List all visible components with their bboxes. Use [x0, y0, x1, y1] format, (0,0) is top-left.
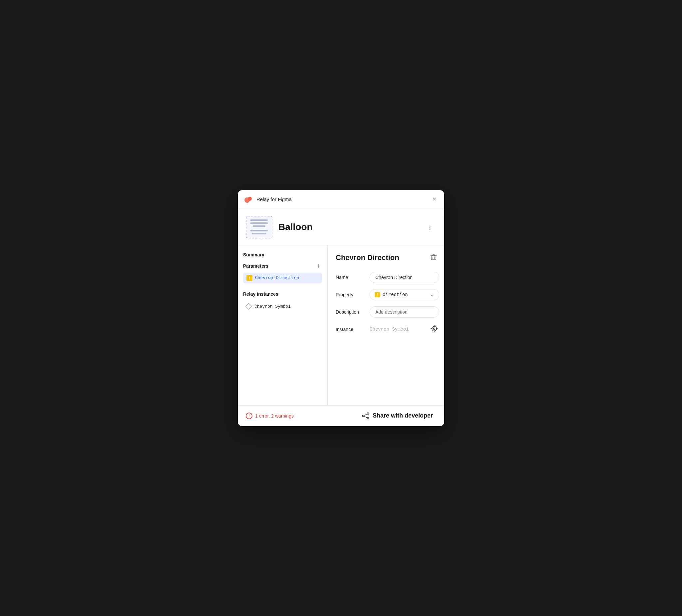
left-panel: Summary Parameters + ! Chevron Direction… — [238, 245, 328, 405]
name-label: Name — [336, 275, 366, 280]
summary-section-title: Summary — [243, 252, 322, 257]
error-icon: ! — [246, 413, 252, 419]
warning-icon: ! — [246, 275, 252, 281]
app-title: Relay for Figma — [256, 197, 292, 202]
name-input[interactable] — [370, 272, 439, 283]
title-bar-left: Relay for Figma — [244, 195, 292, 204]
property-row: Property ! direction ⌄ — [336, 289, 439, 300]
add-parameter-button[interactable]: + — [315, 263, 322, 269]
property-select-text: direction — [383, 292, 428, 297]
instance-label: Instance — [336, 327, 366, 332]
property-label: Property — [336, 292, 366, 297]
component-thumbnail — [246, 216, 272, 238]
right-panel-header: Chevron Direction — [336, 252, 439, 264]
property-warning-icon: ! — [374, 292, 380, 297]
crosshair-icon — [431, 325, 438, 332]
instance-row: Instance Chevron Symbol — [336, 324, 439, 335]
svg-point-11 — [367, 417, 369, 419]
thumb-line-1 — [250, 220, 268, 221]
more-options-button[interactable]: ⋮ — [424, 222, 436, 232]
parameters-header: Parameters + — [243, 263, 322, 269]
error-section: ! 1 error, 2 warnings — [246, 413, 294, 419]
relay-logo-icon — [244, 195, 253, 204]
description-label: Description — [336, 309, 366, 315]
thumb-line-2 — [250, 223, 268, 224]
svg-point-1 — [248, 197, 252, 201]
svg-line-12 — [364, 416, 367, 418]
description-row: Description — [336, 306, 439, 318]
diamond-icon — [245, 303, 252, 310]
app-window: Relay for Figma × Balloon ⋮ Summary Para… — [238, 190, 444, 426]
trash-icon — [430, 253, 437, 261]
name-row: Name — [336, 272, 439, 283]
component-name: Balloon — [278, 222, 313, 232]
description-input[interactable] — [370, 306, 439, 318]
share-label: Share with developer — [373, 412, 433, 419]
svg-point-3 — [432, 326, 437, 331]
delete-button[interactable] — [428, 252, 439, 264]
property-select[interactable]: ! direction ⌄ — [370, 289, 439, 300]
panel-title: Chevron Direction — [336, 253, 399, 262]
relay-instances-title: Relay instances — [243, 291, 322, 297]
close-button[interactable]: × — [431, 195, 438, 203]
relay-instances-section: Relay instances Chevron Symbol — [243, 291, 322, 311]
footer: ! 1 error, 2 warnings Share with develop… — [238, 405, 444, 426]
instance-name-label: Chevron Symbol — [254, 304, 291, 309]
svg-point-9 — [367, 413, 369, 414]
right-panel: Chevron Direction Name Property — [328, 245, 444, 405]
instance-value-row: Chevron Symbol — [370, 324, 439, 335]
param-name-label: Chevron Direction — [255, 275, 299, 280]
thumb-line-3 — [253, 225, 266, 227]
chevron-down-icon: ⌄ — [430, 292, 434, 297]
chevron-symbol-instance[interactable]: Chevron Symbol — [243, 302, 322, 311]
share-icon — [362, 412, 369, 419]
svg-line-13 — [364, 414, 367, 415]
svg-point-10 — [362, 415, 364, 416]
thumb-line-5 — [252, 233, 267, 234]
svg-point-4 — [434, 328, 435, 329]
share-with-developer-button[interactable]: Share with developer — [359, 410, 436, 421]
component-header-left: Balloon — [246, 216, 313, 238]
error-text: 1 error, 2 warnings — [255, 413, 294, 418]
title-bar: Relay for Figma × — [238, 190, 444, 209]
main-content: Summary Parameters + ! Chevron Direction… — [238, 245, 444, 405]
chevron-direction-param[interactable]: ! Chevron Direction — [243, 273, 322, 283]
svg-rect-2 — [431, 256, 436, 260]
parameters-label: Parameters — [243, 264, 268, 269]
instance-value-text: Chevron Symbol — [370, 327, 425, 332]
target-button[interactable] — [429, 324, 439, 335]
component-header: Balloon ⋮ — [238, 209, 444, 245]
thumb-line-4 — [250, 230, 268, 231]
